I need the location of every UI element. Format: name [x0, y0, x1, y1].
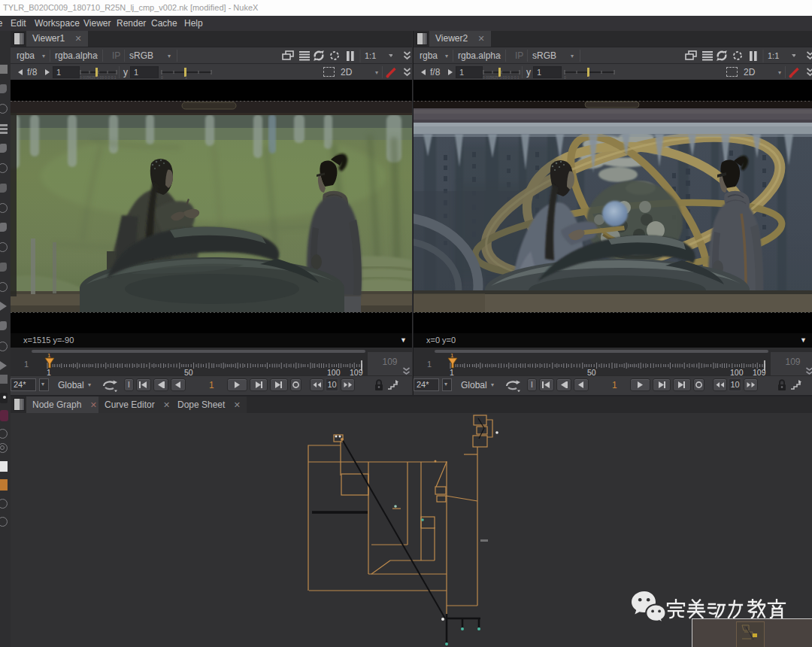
svg-text:1:1: 1:1 [768, 51, 779, 60]
svg-text:1:1: 1:1 [365, 51, 376, 60]
